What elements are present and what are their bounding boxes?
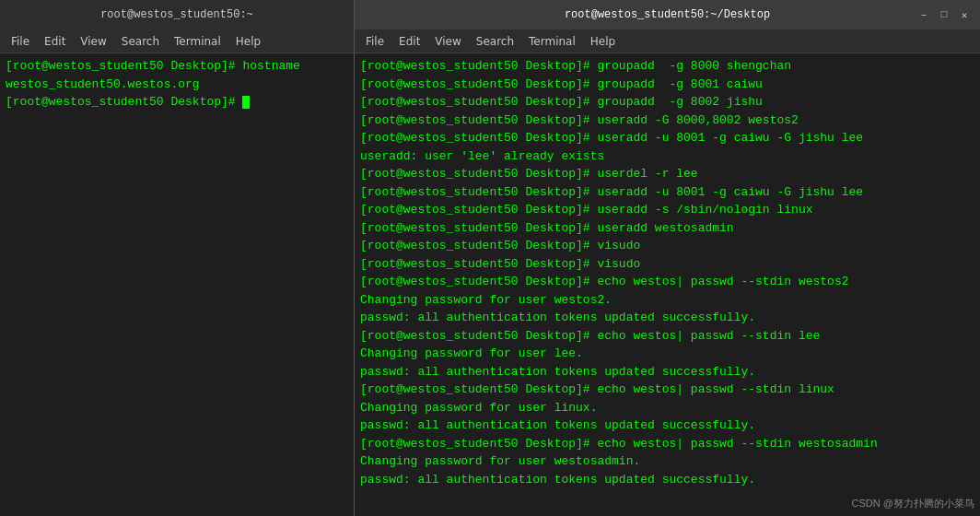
menu-item-search[interactable]: Search	[114, 33, 167, 50]
menu-item-file[interactable]: File	[4, 33, 37, 50]
terminal-line: [root@westos_student50 Desktop]# groupad…	[360, 93, 974, 111]
terminal-line: passwd: all authentication tokens update…	[360, 363, 974, 381]
minimize-button[interactable]: –	[916, 6, 932, 23]
menu-item-search[interactable]: Search	[469, 33, 521, 50]
menu-bar-left: FileEditViewSearchTerminalHelp	[0, 29, 355, 53]
terminal-line: [root@westos_student50 Desktop]# groupad…	[360, 57, 974, 76]
terminal-line: [root@westos_student50 Desktop]# hostnam…	[6, 57, 348, 76]
terminal-line: [root@westos_student50 Desktop]# useradd…	[360, 183, 974, 202]
menu-item-terminal[interactable]: Terminal	[521, 33, 583, 50]
terminal-line: [root@westos_student50 Desktop]# echo we…	[360, 273, 974, 291]
menu-bar-right: FileEditViewSearchTerminalHelp	[355, 29, 980, 53]
terminals-container: [root@westos_student50 Desktop]# hostnam…	[0, 53, 980, 516]
terminal-line: useradd: user 'lee' already exists	[360, 147, 974, 166]
terminal-line: [root@westos_student50 Desktop]# useradd…	[360, 129, 974, 147]
terminal-line: [root@westos_student50 Desktop]# visudo	[360, 237, 974, 255]
menu-item-view[interactable]: View	[73, 33, 113, 50]
terminal-line: Changing password for user linux.	[360, 399, 974, 417]
menu-item-edit[interactable]: Edit	[391, 33, 427, 50]
right-title: root@westos_student50:~/Desktop	[565, 8, 770, 21]
terminal-line: [root@westos_student50 Desktop]# echo we…	[360, 381, 974, 399]
terminal-right[interactable]: [root@westos_student50 Desktop]# groupad…	[355, 53, 980, 516]
menu-item-view[interactable]: View	[427, 33, 468, 50]
menu-item-help[interactable]: Help	[228, 33, 268, 50]
watermark: CSDN @努力扑腾的小菜鸟	[852, 497, 974, 510]
menu-item-terminal[interactable]: Terminal	[167, 33, 228, 50]
window-controls: – □ ✕	[916, 6, 973, 23]
terminal-line: passwd: all authentication tokens update…	[360, 471, 974, 489]
maximize-button[interactable]: □	[936, 6, 952, 23]
terminal-line: [root@westos_student50 Desktop]#	[6, 93, 348, 111]
terminal-line: [root@westos_student50 Desktop]# useradd…	[360, 219, 974, 238]
title-bar-right: root@westos_student50:~/Desktop – □ ✕	[355, 0, 980, 29]
terminal-line: [root@westos_student50 Desktop]# visudo	[360, 255, 974, 274]
terminal-line: passwd: all authentication tokens update…	[360, 309, 974, 327]
terminal-line: westos_student50.westos.org	[6, 76, 348, 94]
terminal-line: [root@westos_student50 Desktop]# userdel…	[360, 165, 974, 183]
terminal-line: Changing password for user westosadmin.	[360, 452, 974, 471]
cursor	[242, 96, 250, 109]
terminal-line: [root@westos_student50 Desktop]# echo we…	[360, 327, 974, 346]
terminal-left[interactable]: [root@westos_student50 Desktop]# hostnam…	[0, 53, 355, 516]
terminal-line: [root@westos_student50 Desktop]# useradd…	[360, 201, 974, 219]
terminal-line: passwd: all authentication tokens update…	[360, 416, 974, 435]
terminal-line: [root@westos_student50 Desktop]# groupad…	[360, 76, 974, 94]
terminal-line: Changing password for user lee.	[360, 345, 974, 363]
title-bar-container: root@westos_student50:~ root@westos_stud…	[0, 0, 980, 29]
left-title: root@westos_student50:~	[100, 8, 253, 21]
menu-item-edit[interactable]: Edit	[37, 33, 73, 50]
menu-item-file[interactable]: File	[358, 33, 391, 50]
terminal-line: [root@westos_student50 Desktop]# useradd…	[360, 111, 974, 130]
terminal-line: [root@westos_student50 Desktop]# echo we…	[360, 435, 974, 453]
terminal-line: Changing password for user westos2.	[360, 291, 974, 310]
menu-bar-container: FileEditViewSearchTerminalHelp FileEditV…	[0, 29, 980, 53]
close-button[interactable]: ✕	[956, 6, 973, 23]
menu-item-help[interactable]: Help	[583, 33, 623, 50]
title-bar-left: root@westos_student50:~	[0, 0, 355, 29]
